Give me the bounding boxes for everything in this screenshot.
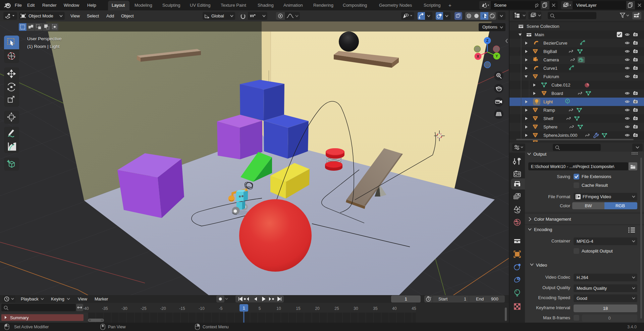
svg-text:25: 25 <box>334 306 339 311</box>
svg-text:Camera: Camera <box>543 57 559 62</box>
svg-text:-10: -10 <box>199 306 205 311</box>
svg-text:X: X <box>477 54 479 58</box>
svg-text:Sphere: Sphere <box>543 124 557 129</box>
svg-text:Color Management: Color Management <box>534 217 571 222</box>
svg-text:15: 15 <box>296 306 301 311</box>
svg-text:MPEG-4: MPEG-4 <box>577 239 593 244</box>
svg-text:File Extensions: File Extensions <box>582 174 611 179</box>
svg-text:Context Menu: Context Menu <box>203 325 229 329</box>
svg-text:-35: -35 <box>102 306 108 311</box>
svg-text:FFmpeg Video: FFmpeg Video <box>583 194 611 199</box>
svg-text:View: View <box>78 296 88 301</box>
svg-text:Medium Quality: Medium Quality <box>577 286 607 291</box>
svg-text:Keying: Keying <box>51 296 64 301</box>
svg-text:20: 20 <box>315 306 320 311</box>
svg-text:Output: Output <box>533 152 546 157</box>
svg-text:Light: Light <box>543 99 553 104</box>
svg-text:SphereJoints.000: SphereJoints.000 <box>543 133 577 138</box>
svg-text:Board: Board <box>551 91 563 96</box>
svg-text:900: 900 <box>491 296 498 301</box>
svg-text:BW: BW <box>585 203 592 208</box>
svg-text:10: 10 <box>276 306 281 311</box>
svg-text:File Format: File Format <box>548 194 570 199</box>
svg-text:Z: Z <box>486 39 489 43</box>
svg-text:BezierCurve: BezierCurve <box>543 41 568 46</box>
svg-text:1: 1 <box>464 296 466 301</box>
svg-text:Main: Main <box>535 32 544 37</box>
svg-text:Cache Result: Cache Result <box>582 183 608 188</box>
svg-text:Set Active Modifier: Set Active Modifier <box>14 325 49 329</box>
svg-text:Ramp: Ramp <box>543 108 555 113</box>
svg-text:Keyframe Interval: Keyframe Interval <box>536 305 570 310</box>
svg-text:Max B-frames: Max B-frames <box>543 315 570 320</box>
svg-text:End: End <box>476 296 484 301</box>
svg-text:Shelf: Shelf <box>543 116 553 121</box>
svg-text:Color: Color <box>560 203 571 208</box>
svg-text:30: 30 <box>354 306 358 311</box>
svg-text:Curve1: Curve1 <box>543 66 557 71</box>
svg-text:3.4.0: 3.4.0 <box>627 325 637 329</box>
svg-text:35: 35 <box>373 306 378 311</box>
svg-text:Video Codec: Video Codec <box>545 275 571 280</box>
svg-text:Saving: Saving <box>557 174 570 179</box>
svg-text:1: 1 <box>243 306 245 311</box>
svg-text:Y: Y <box>495 54 498 58</box>
svg-text:Encoding Speed: Encoding Speed <box>538 295 570 300</box>
svg-text:E:\School Work\10 - ...n\Proje: E:\School Work\10 - ...n\Project 1\compo… <box>531 164 614 169</box>
svg-text:-20: -20 <box>160 306 166 311</box>
svg-text:-30: -30 <box>121 306 127 311</box>
svg-text:Output Quality: Output Quality <box>542 285 571 290</box>
svg-text:Fulcrum: Fulcrum <box>543 74 559 79</box>
svg-text:45: 45 <box>412 306 416 311</box>
svg-text:Summary: Summary <box>10 315 29 320</box>
svg-text:Playback: Playback <box>21 296 39 301</box>
svg-text:Marker: Marker <box>95 296 108 301</box>
svg-text:Cube.012: Cube.012 <box>551 82 570 88</box>
svg-text:Container: Container <box>551 238 571 243</box>
svg-text:1: 1 <box>405 296 407 301</box>
svg-text:Scene Collection: Scene Collection <box>527 24 559 29</box>
svg-text:Autosplit Output: Autosplit Output <box>582 249 613 254</box>
svg-text:-25: -25 <box>141 306 147 311</box>
svg-text:RGB: RGB <box>615 203 625 208</box>
svg-text:Pan View: Pan View <box>108 325 126 329</box>
svg-text:0: 0 <box>608 316 610 321</box>
svg-text:Encoding: Encoding <box>534 227 552 232</box>
svg-text:-15: -15 <box>179 306 185 311</box>
svg-text:Start: Start <box>438 296 448 301</box>
svg-text:H.264: H.264 <box>577 275 588 280</box>
svg-text:BigBall: BigBall <box>543 49 557 54</box>
svg-text:-5: -5 <box>219 306 223 311</box>
svg-text:-40: -40 <box>83 306 89 311</box>
svg-text:Video: Video <box>536 263 547 268</box>
svg-text:Good: Good <box>577 296 587 301</box>
svg-text:40: 40 <box>392 306 397 311</box>
svg-text:18: 18 <box>603 306 608 311</box>
svg-text:5: 5 <box>259 306 261 311</box>
